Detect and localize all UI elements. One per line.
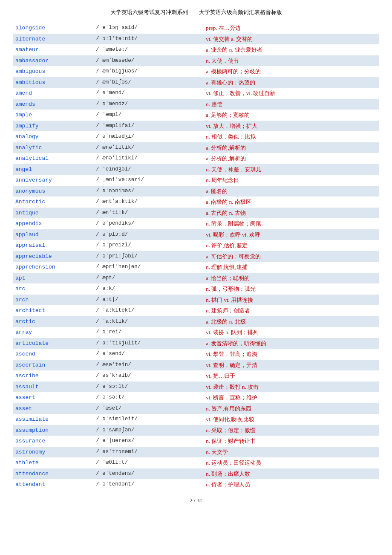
meaning-cell: n. 天文学 — [203, 447, 379, 458]
table-row: alternate/ ɔːlˈtəːnit/vt. 使交替 a. 交替的 — [13, 34, 379, 45]
phonetic-cell: / ænəˈlitik/ — [93, 142, 203, 153]
table-row: analytical/ ænəˈlitikl/a. 分析的,解析的 — [13, 153, 379, 164]
phonetic-cell: / aːˈtikjulit/ — [93, 338, 203, 349]
meaning-cell: n. 附录，附属物；阑尾 — [203, 218, 379, 229]
table-row: articulate/ aːˈtikjulit/a. 发音清晰的，听得懂的 — [13, 338, 379, 349]
phonetic-cell: / ˈæset/ — [93, 403, 203, 414]
phonetic-cell: / əˈsɔːlt/ — [93, 382, 203, 393]
table-row: amend/ əˈmend/vt. 修正，改善，vi. 改过自新 — [13, 88, 379, 99]
meaning-cell: n. 周年纪念日 — [203, 175, 379, 186]
word-cell: arctic — [13, 316, 93, 327]
phonetic-cell: / əsˈkraib/ — [93, 370, 203, 382]
table-row: array/ əˈrei/vt. 装扮 n. 队列；排列 — [13, 327, 379, 338]
phonetic-cell: / əˈmend/ — [93, 88, 203, 99]
meaning-cell: n. 采取；假定；傲慢 — [203, 425, 379, 436]
word-cell: arc — [13, 283, 93, 295]
table-row: architect/ ˈaːkitekt/n. 建筑师；创造者 — [13, 305, 379, 316]
table-row: assimilate/ əˈsimileit/vt. 使同化,吸收,比较 — [13, 414, 379, 425]
phonetic-cell: / aːtʃ/ — [93, 295, 203, 306]
meaning-cell: a. 分析的,解析的 — [203, 142, 379, 153]
word-cell: appreciable — [13, 251, 93, 262]
phonetic-cell: / əˈplɔːd/ — [93, 229, 203, 240]
word-cell: Antarctic — [13, 197, 93, 208]
word-cell: ample — [13, 110, 93, 121]
phonetic-cell: / əˈnɔniməs/ — [93, 186, 203, 197]
table-row: antique/ ænˈtiːk/a. 古代的 n. 古物 — [13, 208, 379, 219]
word-cell: antique — [13, 208, 93, 219]
table-row: astronomy/ əsˈtrɔnəmi/n. 天文学 — [13, 447, 379, 458]
meaning-cell: vt. 把…归于 — [203, 370, 379, 382]
table-row: amends/ əˈmendz/n. 赔偿 — [13, 99, 379, 110]
word-cell: anonymous — [13, 186, 93, 197]
word-cell: arch — [13, 295, 93, 306]
word-cell: ascertain — [13, 360, 93, 371]
word-cell: array — [13, 327, 93, 338]
page-title: 大学英语六级考试复习冲刺系列——大学英语六级高频词汇表格音标版 — [13, 9, 379, 19]
meaning-cell: n. 到场；出席人数 — [203, 468, 379, 480]
table-row: anniversary/ ˌæniˈvəːsəri/n. 周年纪念日 — [13, 175, 379, 186]
meaning-cell: vt. 使交替 a. 交替的 — [203, 34, 379, 45]
phonetic-cell: / əˈtendəns/ — [93, 468, 203, 480]
phonetic-cell: / ˈeindʒəl/ — [93, 164, 203, 175]
word-cell: assurance — [13, 436, 93, 447]
phonetic-cell: / æsəˈtein/ — [93, 360, 203, 371]
phonetic-cell: / ænəˈlitikl/ — [93, 153, 203, 164]
word-cell: assumption — [13, 425, 93, 436]
meaning-cell: vt. 使同化,吸收,比较 — [203, 414, 379, 425]
phonetic-cell: / æmˈbiʃəs/ — [93, 77, 203, 88]
word-cell: assert — [13, 392, 93, 403]
word-cell: ascend — [13, 349, 93, 360]
table-row: alongside/ eˈlɔŋˈsaid/prep. 在…旁边 — [13, 23, 379, 34]
word-cell: ambassador — [13, 55, 93, 66]
table-row: attendance/ əˈtendəns/n. 到场；出席人数 — [13, 468, 379, 480]
phonetic-cell: / æntˈaːktik/ — [93, 197, 203, 208]
table-row: assert/ əˈsəːt/vt. 断言，宣称；维护 — [13, 392, 379, 403]
table-row: assault/ əˈsɔːlt/vt. 袭击；殴打 n. 攻击 — [13, 382, 379, 393]
phonetic-cell: / əˈpriːʃəbl/ — [93, 251, 203, 262]
phonetic-cell: / ɔːlˈtəːnit/ — [93, 34, 203, 45]
meaning-cell: n. 运动员；田径运动员 — [203, 457, 379, 468]
table-row: Antarctic/ æntˈaːktik/a. 南极的 n. 南极区 — [13, 197, 379, 208]
phonetic-cell: / əˈsʌmpʃən/ — [93, 425, 203, 436]
meaning-cell: n. 拱门 vt. 用拱连接 — [203, 295, 379, 306]
word-cell: applaud — [13, 229, 93, 240]
table-row: angel/ ˈeindʒəl/n. 天使，神差，安琪儿 — [13, 164, 379, 175]
word-cell: amateur — [13, 44, 93, 55]
phonetic-cell: / ˈæmpl/ — [93, 110, 203, 121]
word-cell: attendant — [13, 479, 93, 490]
meaning-cell: n. 理解,忧惧,逮捕 — [203, 262, 379, 273]
phonetic-cell: / ænˈtiːk/ — [93, 208, 203, 219]
page-footer: 2 / 31 — [13, 497, 379, 504]
word-cell: astronomy — [13, 447, 93, 458]
phonetic-cell: / əˈsəːt/ — [93, 392, 203, 403]
meaning-cell: prep. 在…旁边 — [203, 23, 379, 34]
phonetic-cell: / əˈmendz/ — [93, 99, 203, 110]
meaning-cell: n. 侍者；护理人员 — [203, 479, 379, 490]
word-cell: articulate — [13, 338, 93, 349]
phonetic-cell: / ˈæmətəː/ — [93, 44, 203, 55]
table-row: asset/ ˈæset/n. 资产,有用的东西 — [13, 403, 379, 414]
meaning-cell: n. 天使，神差，安琪儿 — [203, 164, 379, 175]
meaning-cell: vt. 装扮 n. 队列；排列 — [203, 327, 379, 338]
phonetic-cell: / æmˈbigjuəs/ — [93, 66, 203, 77]
word-cell: asset — [13, 403, 93, 414]
word-cell: assault — [13, 382, 93, 393]
phonetic-cell: / ˈaːkitekt/ — [93, 305, 203, 316]
word-cell: amplify — [13, 121, 93, 132]
table-row: apprehension/ æpriˈhenʃən/n. 理解,忧惧,逮捕 — [13, 262, 379, 273]
phonetic-cell: / əˈsimileit/ — [93, 414, 203, 425]
meaning-cell: vi. 攀登，登高；追溯 — [203, 349, 379, 360]
word-cell: assimilate — [13, 414, 93, 425]
word-cell: architect — [13, 305, 93, 316]
phonetic-cell: / əˈnælədʒi/ — [93, 131, 203, 142]
meaning-cell: a. 北极的 n. 北极 — [203, 316, 379, 327]
meaning-cell: a. 发音清晰的，听得懂的 — [203, 338, 379, 349]
phonetic-cell: / ˈaːktik/ — [93, 316, 203, 327]
meaning-cell: n. 相似，类似；比拟 — [203, 131, 379, 142]
meaning-cell: vt. 修正，改善，vi. 改过自新 — [203, 88, 379, 99]
meaning-cell: a. 足够的；宽敞的 — [203, 110, 379, 121]
table-row: analogy/ əˈnælədʒi/n. 相似，类似；比拟 — [13, 131, 379, 142]
phonetic-cell: / əˈpendiks/ — [93, 218, 203, 229]
meaning-cell: a. 业余的 n. 业余爱好者 — [203, 44, 379, 55]
word-cell: ambitious — [13, 77, 93, 88]
